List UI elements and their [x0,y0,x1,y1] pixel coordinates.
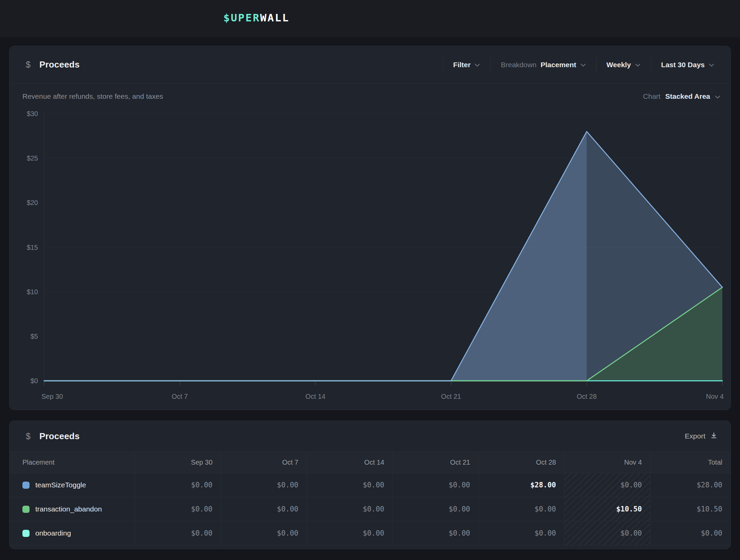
value-text: $0.00 [535,529,556,537]
dollar-icon: $ [26,431,31,441]
table-card-header: $ Proceeds Export [10,421,730,451]
chevron-down-icon [580,63,586,67]
svg-text:Oct 14: Oct 14 [306,393,326,400]
chart-card-title-group: $ Proceeds [26,59,80,70]
chart-subtitle: Revenue after refunds, store fees, and t… [22,92,163,100]
svg-text:$30: $30 [27,110,38,117]
dollar-icon: $ [26,60,31,70]
proceeds-chart-card: $ Proceeds Filter Breakdown Placement We… [9,46,731,410]
value-cell-sep-30: $0.00 [135,473,221,497]
breakdown-label: Breakdown [501,61,536,69]
date-range-value: Last 30 Days [661,61,705,69]
value-text: $0.00 [277,505,298,513]
value-text: $10.50 [697,505,722,513]
svg-text:Sep 30: Sep 30 [41,393,63,400]
value-cell-oct-14: $0.00 [307,497,393,521]
value-cell-total: $28.00 [650,473,730,497]
breakdown-select[interactable]: Breakdown Placement [491,61,596,69]
table-card-title: Proceeds [39,431,80,442]
column-header-oct-28: Oct 28 [479,452,565,473]
svg-text:$10: $10 [27,288,38,296]
value-text: $0.00 [191,529,212,537]
proceeds-table-card: $ Proceeds Export PlacementSep 30Oct 7Oc… [9,421,731,549]
series-swatch [22,482,30,489]
table-card-title-group: $ Proceeds [26,431,80,442]
svg-text:$15: $15 [27,244,38,251]
date-range-select[interactable]: Last 30 Days [651,61,724,69]
value-cell-oct-21: $0.00 [393,473,479,497]
table-header-row: PlacementSep 30Oct 7Oct 14Oct 21Oct 28No… [10,451,730,473]
value-cell-oct-7: $0.00 [221,521,307,545]
series-swatch [22,530,30,537]
chart-type-select[interactable]: Chart Stacked Area [643,92,720,100]
value-cell-oct-7: $0.00 [221,497,307,521]
value-cell-oct-28: $0.00 [479,497,565,521]
stacked-area-chart: $30$25$20$15$10$5$0Sep 30Oct 7Oct 14Oct … [10,106,730,410]
value-cell-nov-4: $10.50 [565,497,650,521]
value-cell-oct-21: $0.00 [393,497,479,521]
value-text: $0.00 [621,529,642,537]
chevron-down-icon [709,63,714,67]
svg-text:Oct 21: Oct 21 [441,393,461,400]
chevron-down-icon [715,95,720,99]
chart-type-label: Chart [643,92,660,100]
svg-text:$5: $5 [31,333,38,340]
value-text: $0.00 [701,529,722,537]
value-cell-total: $10.50 [650,497,730,521]
svg-text:$20: $20 [27,199,38,206]
filter-button[interactable]: Filter [443,61,490,69]
svg-text:$0: $0 [31,377,38,385]
breakdown-value: Placement [541,61,576,69]
column-header-nov-4: Nov 4 [565,452,650,473]
svg-text:Oct 7: Oct 7 [172,393,188,400]
value-text: $28.00 [530,481,556,489]
superwall-logo: $UPERWALL [223,12,290,24]
export-button[interactable]: Export [685,432,718,441]
chevron-down-icon [475,63,480,67]
logo-prefix: $UPER [223,12,260,24]
value-cell-total: $0.00 [650,521,730,545]
chart-card-title: Proceeds [39,59,80,70]
svg-text:Nov 4: Nov 4 [706,393,724,400]
column-header-placement: Placement [10,452,135,473]
period-value: Weekly [607,61,631,69]
value-cell-oct-28: $28.00 [479,473,565,497]
chart-controls: Filter Breakdown Placement Weekly Last 3… [443,57,724,73]
chart-type-value: Stacked Area [665,92,710,100]
svg-text:Oct 28: Oct 28 [577,393,597,400]
download-icon [710,432,718,441]
main-content: $ Proceeds Filter Breakdown Placement We… [0,37,740,549]
value-cell-oct-14: $0.00 [307,473,393,497]
value-text: $28.00 [697,481,722,489]
series-swatch [22,506,30,513]
value-text: $0.00 [363,529,384,537]
top-bar: $UPERWALL [0,0,740,37]
value-cell-sep-30: $0.00 [135,521,221,545]
value-cell-oct-14: $0.00 [307,521,393,545]
value-text: $0.00 [277,529,298,537]
column-header-oct-21: Oct 21 [393,452,479,473]
placement-cell-teamsizetoggle: teamSizeToggle [10,473,135,497]
value-cell-nov-4: $0.00 [565,473,650,497]
svg-text:$25: $25 [27,154,38,162]
value-cell-oct-28: $0.00 [479,521,565,545]
value-text: $0.00 [621,481,642,489]
column-header-total: Total [650,452,730,473]
value-text: $0.00 [449,505,470,513]
value-text: $0.00 [363,505,384,513]
value-text: $0.00 [449,481,470,489]
row-name: onboarding [35,529,71,537]
value-text: $0.00 [277,481,298,489]
chart-sub-row: Revenue after refunds, store fees, and t… [10,83,730,100]
placement-cell-transaction-abandon: transaction_abandon [10,497,135,521]
period-select[interactable]: Weekly [596,61,651,69]
placement-cell-onboarding: onboarding [10,521,135,545]
value-cell-oct-7: $0.00 [221,473,307,497]
value-cell-oct-21: $0.00 [393,521,479,545]
logo-suffix: WALL [260,12,290,24]
value-text: $10.50 [616,505,642,513]
table-row-transaction-abandon: transaction_abandon$0.00$0.00$0.00$0.00$… [10,497,730,521]
proceeds-table: PlacementSep 30Oct 7Oct 14Oct 21Oct 28No… [10,451,730,549]
chart-card-header: $ Proceeds Filter Breakdown Placement We… [10,46,730,83]
value-cell-sep-30: $0.00 [135,497,221,521]
